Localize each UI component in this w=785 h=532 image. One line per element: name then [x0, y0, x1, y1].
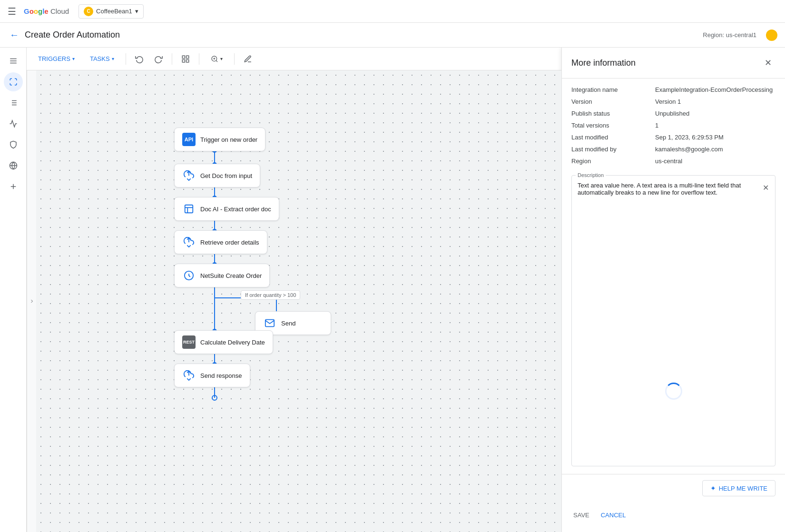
field-value-last-modified: Sep 1, 2023, 6:29:53 PM: [655, 134, 775, 141]
triggers-dropdown-icon: ▾: [72, 56, 75, 61]
toolbar-divider-2: [172, 53, 172, 65]
field-value-last-modified-by: kamaleshs@google.com: [655, 146, 775, 153]
help-me-write-button[interactable]: ✦ HELP ME WRITE: [702, 480, 775, 496]
project-selector[interactable]: C CoffeeBean1 ▾: [78, 4, 144, 19]
field-label-publish-status: Publish status: [571, 110, 648, 117]
canvas-toolbar: TRIGGERS ▾ TASKS ▾ ▾: [27, 48, 561, 70]
svg-line-18: [216, 60, 217, 62]
node-calculate[interactable]: REST Calculate Delivery Date: [174, 330, 273, 354]
menu-icon[interactable]: ☰: [6, 4, 18, 19]
sidebar-item-menu[interactable]: [4, 51, 23, 70]
node-retrieve-icon: [182, 236, 196, 249]
node-send-response[interactable]: Send response: [174, 364, 250, 387]
field-value-total-versions: 1: [655, 122, 775, 129]
node-netsuite-label: NetSuite Create Order: [200, 272, 262, 279]
tasks-label: TASKS: [90, 55, 110, 62]
description-fieldset: Description Text area value here. A text…: [571, 172, 775, 466]
status-dot: [766, 30, 777, 41]
node-trigger[interactable]: API Trigger on new order: [174, 128, 265, 151]
back-button[interactable]: ←: [8, 28, 21, 42]
sidebar-item-security[interactable]: [4, 135, 23, 154]
panel-actions: ✦ HELP ME WRITE: [562, 474, 785, 504]
description-legend: Description: [576, 172, 606, 178]
tasks-button[interactable]: TASKS ▾: [84, 52, 120, 65]
canvas-area: TRIGGERS ▾ TASKS ▾ ▾: [27, 48, 561, 532]
node-send-label: Send: [281, 320, 295, 327]
region-info: Region: us-central1: [703, 31, 756, 39]
spinner-area: [572, 316, 775, 466]
panel-close-button[interactable]: ✕: [760, 55, 775, 70]
field-label-total-versions: Total versions: [571, 122, 648, 129]
page-title: Create Order Automation: [25, 30, 699, 40]
topbar: ☰ Google Cloud C CoffeeBean1 ▾: [0, 0, 785, 23]
sidebar-item-settings[interactable]: [4, 177, 23, 196]
zoom-dropdown-icon: ▾: [220, 56, 223, 61]
node-netsuite-icon: [182, 269, 196, 282]
node-send-response-label: Send response: [200, 372, 242, 379]
sparkle-icon: ✦: [710, 484, 716, 492]
pen-button[interactable]: [240, 51, 255, 67]
flow-connections: [36, 70, 561, 532]
help-me-write-label: HELP ME WRITE: [719, 485, 767, 492]
layout-button[interactable]: [178, 51, 193, 67]
field-label-last-modified: Last modified: [571, 134, 648, 141]
node-doc-ai[interactable]: Doc AI - Extract order doc: [174, 197, 279, 221]
field-value-integration-name: ExampleIntegration-EcomOrderProcessing: [655, 86, 775, 93]
redo-button[interactable]: [151, 51, 166, 67]
svg-point-42: [212, 395, 217, 400]
node-connector-icon-1: [182, 169, 196, 182]
node-doc-ai-label: Doc AI - Extract order doc: [200, 206, 271, 213]
field-label-region: Region: [571, 158, 648, 165]
info-grid: Integration name ExampleIntegration-Ecom…: [562, 79, 785, 172]
svg-rect-43: [185, 205, 193, 213]
undo-button[interactable]: [132, 51, 147, 67]
left-sidebar: [0, 48, 27, 532]
node-retrieve[interactable]: Retrieve order details: [174, 230, 267, 254]
node-trigger-label: Trigger on new order: [200, 136, 257, 143]
loading-spinner: [665, 383, 682, 400]
panel-footer: SAVE CANCEL: [562, 504, 785, 532]
sidebar-item-globe[interactable]: [4, 156, 23, 175]
workflow-canvas[interactable]: API Trigger on new order Get Doc from in…: [36, 70, 561, 532]
panel-title: More information: [571, 58, 636, 68]
triggers-label: TRIGGERS: [38, 55, 70, 62]
field-label-integration-name: Integration name: [571, 86, 648, 93]
description-section: Description Text area value here. A text…: [562, 172, 785, 474]
field-value-publish-status: Unpublished: [655, 110, 775, 117]
zoom-button[interactable]: ▾: [205, 52, 228, 66]
save-button[interactable]: SAVE: [571, 508, 591, 522]
node-email-icon: [263, 316, 276, 330]
node-response-icon: [182, 369, 196, 382]
node-retrieve-label: Retrieve order details: [200, 239, 259, 246]
triggers-button[interactable]: TRIGGERS ▾: [32, 52, 80, 65]
panel-header: More information ✕: [562, 48, 785, 79]
condition-label: If order quantity > 100: [241, 290, 300, 300]
node-get-doc[interactable]: Get Doc from input: [174, 164, 260, 187]
panel-collapse-handle[interactable]: [27, 70, 36, 532]
svg-rect-14: [186, 56, 188, 58]
toolbar-divider-1: [126, 53, 126, 65]
sidebar-item-integration[interactable]: [4, 72, 23, 91]
field-value-region: us-central: [655, 158, 775, 165]
description-clear-button[interactable]: ✕: [760, 182, 771, 193]
node-netsuite[interactable]: NetSuite Create Order: [174, 264, 270, 287]
node-get-doc-label: Get Doc from input: [200, 172, 252, 179]
cancel-button[interactable]: CANCEL: [599, 508, 628, 522]
project-avatar: C: [84, 7, 93, 16]
node-docai-icon: [182, 202, 196, 216]
svg-rect-13: [182, 56, 185, 58]
field-value-version: Version 1: [655, 98, 775, 105]
secondary-toolbar: ← Create Order Automation Region: us-cen…: [0, 23, 785, 48]
main-content: TRIGGERS ▾ TASKS ▾ ▾: [0, 48, 785, 532]
google-cloud-logo: Google Cloud: [24, 7, 69, 15]
sidebar-item-analytics[interactable]: [4, 114, 23, 133]
toolbar-divider-4: [234, 53, 235, 65]
sidebar-item-list[interactable]: [4, 93, 23, 112]
tasks-dropdown-icon: ▾: [112, 56, 114, 61]
svg-rect-16: [182, 59, 185, 62]
description-textarea[interactable]: Text area value here. A text area is a m…: [572, 178, 775, 316]
right-panel: More information ✕ Integration name Exam…: [561, 48, 785, 532]
field-label-version: Version: [571, 98, 648, 105]
node-rest-icon: REST: [182, 335, 196, 349]
toolbar-divider-3: [199, 53, 199, 65]
